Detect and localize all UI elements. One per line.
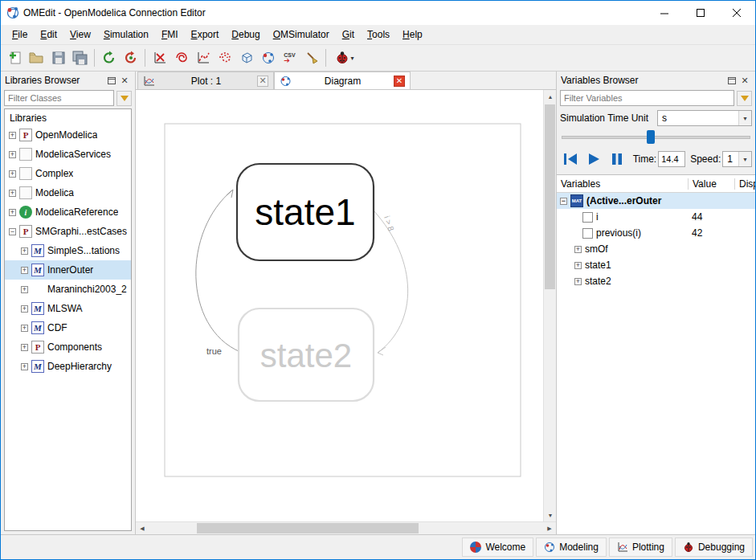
time-unit-select[interactable]: s ▼ bbox=[657, 110, 752, 126]
tab-plot[interactable]: Plot : 1 ✕ bbox=[137, 72, 274, 89]
variable-row-i[interactable]: i 44 bbox=[557, 209, 755, 225]
menu-tools[interactable]: Tools bbox=[361, 26, 396, 43]
re-simulate-button[interactable] bbox=[98, 47, 120, 69]
perspective-modeling-button[interactable]: Modeling bbox=[536, 538, 607, 557]
new-array-parametric-plot-button[interactable] bbox=[214, 47, 235, 69]
collapse-icon[interactable] bbox=[560, 198, 567, 205]
new-array-plot-button[interactable] bbox=[192, 47, 214, 69]
play-button[interactable] bbox=[583, 149, 605, 170]
expand-icon[interactable] bbox=[574, 262, 582, 269]
column-variables[interactable]: Variables bbox=[557, 178, 688, 190]
scroll-up-icon[interactable]: ▲ bbox=[544, 90, 556, 103]
filter-options-button[interactable] bbox=[116, 91, 132, 106]
column-value[interactable]: Value bbox=[688, 178, 734, 190]
plot-checkbox[interactable] bbox=[582, 212, 593, 223]
menu-help[interactable]: Help bbox=[396, 26, 429, 43]
diagram-window-button[interactable] bbox=[257, 47, 279, 69]
float-panel-button[interactable] bbox=[105, 74, 118, 87]
new-modelica-class-button[interactable] bbox=[4, 47, 26, 69]
menu-file[interactable]: File bbox=[6, 26, 34, 43]
time-slider-handle[interactable] bbox=[647, 130, 655, 144]
new-parametric-plot-button[interactable] bbox=[170, 47, 192, 69]
expand-icon[interactable] bbox=[9, 170, 16, 178]
library-item-modelicareference[interactable]: i ModelicaReference bbox=[5, 202, 131, 222]
scroll-right-icon[interactable]: ▶ bbox=[543, 522, 556, 535]
vertical-scrollbar[interactable]: ▲ ▼ bbox=[543, 90, 556, 521]
rewind-button[interactable] bbox=[560, 149, 582, 170]
variable-row-previous-i[interactable]: previous(i) 42 bbox=[557, 225, 755, 241]
horizontal-scrollbar[interactable]: ◀ ▶ bbox=[136, 521, 556, 534]
menu-fmi[interactable]: FMI bbox=[155, 26, 185, 43]
variable-row-smof[interactable]: smOf bbox=[557, 241, 755, 257]
filter-variables-input[interactable] bbox=[560, 90, 734, 106]
filter-options-button[interactable] bbox=[737, 91, 752, 106]
vertical-scroll-thumb[interactable] bbox=[545, 104, 555, 289]
expand-icon[interactable] bbox=[9, 190, 16, 197]
minimize-button[interactable] bbox=[647, 2, 683, 25]
scroll-left-icon[interactable]: ◀ bbox=[136, 522, 149, 535]
transition-state2-to-state1[interactable] bbox=[196, 190, 240, 352]
new-plot-window-button[interactable] bbox=[149, 47, 170, 69]
perspective-plotting-button[interactable]: Plotting bbox=[609, 538, 672, 557]
plot-checkbox[interactable] bbox=[582, 228, 593, 239]
library-item-simplestations[interactable]: M SimpleS...tations bbox=[5, 241, 131, 260]
expand-icon[interactable] bbox=[9, 132, 16, 139]
library-item-smgraphicstestcases[interactable]: P SMGraphi...estCases bbox=[5, 222, 131, 241]
library-item-cdf[interactable]: M CDF bbox=[5, 318, 131, 337]
variable-row-state1[interactable]: state1 bbox=[557, 257, 755, 273]
expand-icon[interactable] bbox=[574, 278, 582, 285]
expand-icon[interactable] bbox=[21, 247, 28, 255]
menu-git[interactable]: Git bbox=[336, 26, 361, 43]
library-item-innerouter[interactable]: M InnerOuter bbox=[5, 260, 131, 280]
collapse-icon[interactable] bbox=[9, 228, 16, 235]
library-item-openmodelica[interactable]: P OpenModelica bbox=[5, 125, 131, 145]
clear-plot-window-button[interactable] bbox=[300, 47, 322, 69]
library-item-components[interactable]: P Components bbox=[5, 337, 131, 357]
library-item-modelica[interactable]: Modelica bbox=[5, 183, 131, 202]
speed-select[interactable]: 1 ▼ bbox=[722, 151, 752, 167]
tab-diagram-close-button[interactable]: ✕ bbox=[394, 76, 405, 87]
variable-row-result-root[interactable]: (Active...erOuter bbox=[557, 193, 755, 209]
transition-state1-to-state2[interactable] bbox=[374, 211, 408, 353]
diagram-canvas[interactable]: true i > 8 state1 state2 ▲ ▼ bbox=[136, 90, 556, 521]
expand-icon[interactable] bbox=[21, 344, 28, 351]
maximize-button[interactable] bbox=[683, 2, 719, 25]
menu-export[interactable]: Export bbox=[185, 26, 226, 43]
perspective-welcome-button[interactable]: Welcome bbox=[462, 538, 533, 557]
pause-button[interactable] bbox=[607, 149, 628, 170]
tab-plot-close-button[interactable]: ✕ bbox=[257, 76, 268, 87]
save-button[interactable] bbox=[47, 47, 69, 69]
expand-icon[interactable] bbox=[9, 151, 16, 158]
expand-icon[interactable] bbox=[21, 325, 28, 332]
expand-icon[interactable] bbox=[21, 286, 28, 293]
float-panel-button[interactable] bbox=[725, 74, 738, 87]
expand-icon[interactable] bbox=[21, 363, 28, 370]
menu-simulation[interactable]: Simulation bbox=[97, 26, 155, 43]
perspective-debugging-button[interactable]: Debugging bbox=[675, 538, 753, 557]
open-model-button[interactable] bbox=[26, 47, 47, 69]
close-panel-button[interactable]: ✕ bbox=[738, 74, 751, 87]
close-button[interactable] bbox=[719, 2, 755, 25]
horizontal-scroll-thumb[interactable] bbox=[197, 523, 419, 533]
column-display-unit[interactable]: Displ bbox=[734, 178, 755, 190]
filter-classes-input[interactable] bbox=[4, 90, 114, 106]
library-item-modelicaservices[interactable]: ModelicaServices bbox=[5, 145, 131, 164]
scroll-down-icon[interactable]: ▼ bbox=[544, 509, 556, 521]
save-all-button[interactable] bbox=[69, 47, 91, 69]
menu-edit[interactable]: Edit bbox=[34, 26, 63, 43]
expand-icon[interactable] bbox=[21, 267, 28, 274]
library-item-mlswa[interactable]: M MLSWA bbox=[5, 299, 131, 318]
expand-icon[interactable] bbox=[9, 209, 16, 216]
library-item-maraninchi2003-2[interactable]: Maraninchi2003_2 bbox=[5, 280, 131, 299]
export-csv-button[interactable]: CSV➔ bbox=[279, 47, 300, 69]
menu-debug[interactable]: Debug bbox=[225, 26, 266, 43]
menu-omsimulator[interactable]: OMSimulator bbox=[267, 26, 336, 43]
re-simulate-setup-button[interactable] bbox=[120, 47, 141, 69]
library-item-deephierarchy[interactable]: M DeepHierarchy bbox=[5, 357, 131, 376]
expand-icon[interactable] bbox=[574, 246, 582, 253]
tab-diagram[interactable]: Diagram ✕ bbox=[274, 72, 411, 89]
animation-window-button[interactable] bbox=[235, 47, 257, 69]
debug-button[interactable]: ▾ bbox=[329, 47, 360, 69]
menu-view[interactable]: View bbox=[63, 26, 97, 43]
expand-icon[interactable] bbox=[21, 305, 28, 313]
